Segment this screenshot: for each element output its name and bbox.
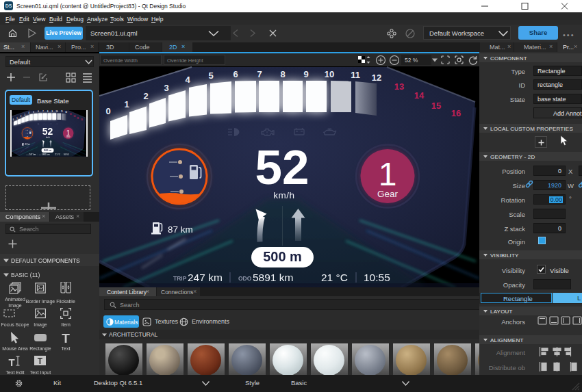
svg-text:T: T bbox=[38, 356, 43, 366]
svg-text:T: T bbox=[8, 356, 14, 368]
svg-text:T: T bbox=[62, 331, 70, 345]
